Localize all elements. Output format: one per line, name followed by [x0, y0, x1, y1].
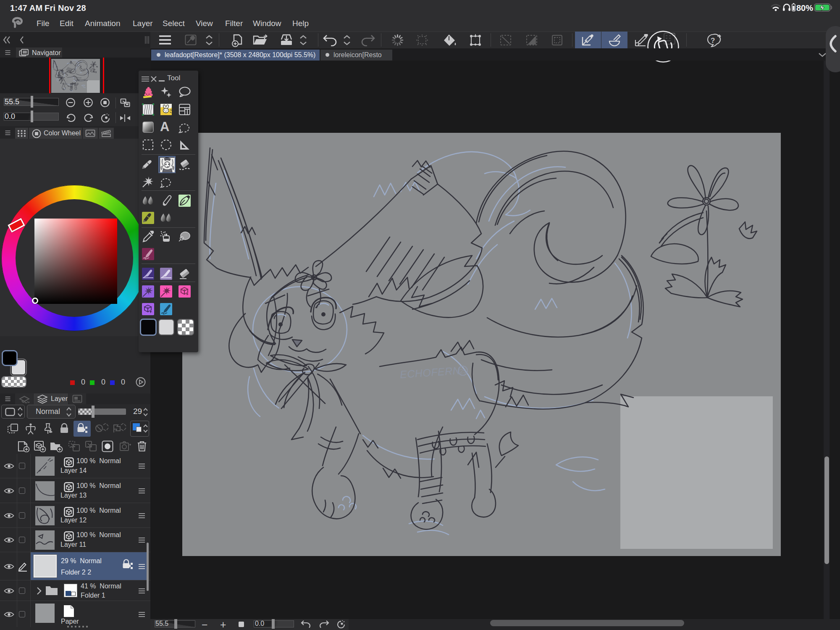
- svg-text:?: ?: [711, 37, 715, 45]
